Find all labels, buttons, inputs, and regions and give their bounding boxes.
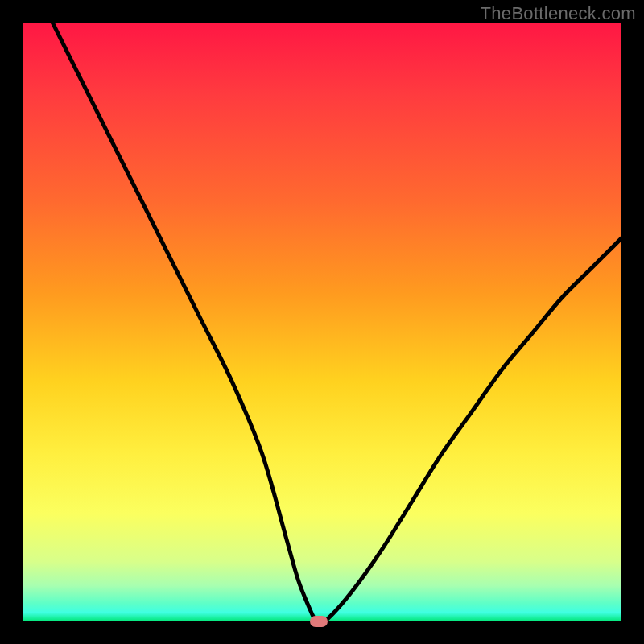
bottleneck-curve	[23, 23, 621, 621]
watermark-text: TheBottleneck.com	[481, 3, 636, 24]
chart-frame: TheBottleneck.com	[0, 0, 644, 644]
plot-area	[23, 23, 621, 621]
optimum-marker	[310, 616, 328, 627]
